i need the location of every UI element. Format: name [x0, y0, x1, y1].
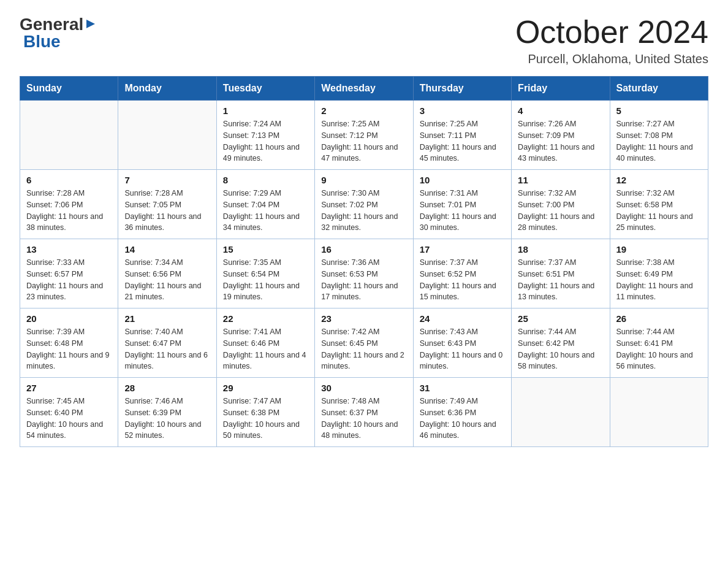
weekday-header-row: SundayMondayTuesdayWednesdayThursdayFrid…: [20, 77, 708, 101]
calendar-location: Purcell, Oklahoma, United States: [515, 52, 708, 66]
day-info: Sunrise: 7:46 AMSunset: 6:39 PMDaylight:…: [124, 396, 210, 442]
calendar-week-row: 20Sunrise: 7:39 AMSunset: 6:48 PMDayligh…: [20, 308, 708, 378]
logo-blue-text: Blue: [23, 32, 61, 51]
calendar-cell: 17Sunrise: 7:37 AMSunset: 6:52 PMDayligh…: [413, 239, 511, 308]
day-number: 3: [420, 105, 505, 116]
day-number: 11: [518, 175, 603, 185]
calendar-cell: 22Sunrise: 7:41 AMSunset: 6:46 PMDayligh…: [216, 308, 314, 378]
day-number: 20: [26, 313, 112, 324]
calendar-title: October 2024: [515, 15, 708, 50]
day-number: 16: [321, 244, 406, 255]
day-info: Sunrise: 7:34 AMSunset: 6:56 PMDaylight:…: [124, 257, 210, 303]
calendar-cell: 20Sunrise: 7:39 AMSunset: 6:48 PMDayligh…: [20, 308, 118, 378]
day-number: 1: [223, 105, 308, 116]
calendar-cell: 2Sunrise: 7:25 AMSunset: 7:12 PMDaylight…: [315, 101, 413, 170]
calendar-cell: 8Sunrise: 7:29 AMSunset: 7:04 PMDaylight…: [216, 170, 314, 239]
day-number: 27: [26, 383, 112, 393]
day-info: Sunrise: 7:28 AMSunset: 7:05 PMDaylight:…: [124, 188, 210, 234]
calendar-week-row: 6Sunrise: 7:28 AMSunset: 7:06 PMDaylight…: [20, 170, 708, 239]
day-info: Sunrise: 7:37 AMSunset: 6:52 PMDaylight:…: [420, 257, 505, 303]
calendar-cell: [118, 101, 216, 170]
day-info: Sunrise: 7:33 AMSunset: 6:57 PMDaylight:…: [26, 257, 112, 303]
calendar-cell: 25Sunrise: 7:44 AMSunset: 6:42 PMDayligh…: [512, 308, 610, 378]
calendar-cell: 6Sunrise: 7:28 AMSunset: 7:06 PMDaylight…: [20, 170, 118, 239]
day-number: 9: [321, 175, 406, 185]
calendar-cell: 5Sunrise: 7:27 AMSunset: 7:08 PMDaylight…: [610, 101, 708, 170]
calendar-cell: 23Sunrise: 7:42 AMSunset: 6:45 PMDayligh…: [315, 308, 413, 378]
calendar-cell: 26Sunrise: 7:44 AMSunset: 6:41 PMDayligh…: [610, 308, 708, 378]
day-info: Sunrise: 7:49 AMSunset: 6:36 PMDaylight:…: [420, 396, 505, 442]
day-info: Sunrise: 7:24 AMSunset: 7:13 PMDaylight:…: [223, 118, 308, 164]
day-number: 25: [518, 313, 603, 324]
day-number: 28: [124, 383, 210, 393]
calendar-cell: 1Sunrise: 7:24 AMSunset: 7:13 PMDaylight…: [216, 101, 314, 170]
calendar-cell: [20, 101, 118, 170]
day-info: Sunrise: 7:42 AMSunset: 6:45 PMDaylight:…: [321, 326, 406, 372]
day-number: 26: [616, 313, 702, 324]
calendar-cell: 13Sunrise: 7:33 AMSunset: 6:57 PMDayligh…: [20, 239, 118, 308]
logo: General Blue: [20, 15, 96, 52]
day-number: 17: [420, 244, 505, 255]
calendar-cell: 24Sunrise: 7:43 AMSunset: 6:43 PMDayligh…: [413, 308, 511, 378]
day-info: Sunrise: 7:39 AMSunset: 6:48 PMDaylight:…: [26, 326, 112, 372]
day-number: 8: [223, 175, 308, 185]
calendar-cell: [610, 378, 708, 447]
weekday-header-sunday: Sunday: [20, 77, 118, 101]
calendar-cell: 16Sunrise: 7:36 AMSunset: 6:53 PMDayligh…: [315, 239, 413, 308]
weekday-header-wednesday: Wednesday: [315, 77, 413, 101]
day-info: Sunrise: 7:47 AMSunset: 6:38 PMDaylight:…: [223, 396, 308, 442]
calendar-cell: 31Sunrise: 7:49 AMSunset: 6:36 PMDayligh…: [413, 378, 511, 447]
day-info: Sunrise: 7:32 AMSunset: 7:00 PMDaylight:…: [518, 188, 603, 234]
day-number: 10: [420, 175, 505, 185]
weekday-header-friday: Friday: [512, 77, 610, 101]
logo-triangle-icon: [85, 18, 96, 32]
day-number: 2: [321, 105, 406, 116]
calendar-cell: 21Sunrise: 7:40 AMSunset: 6:47 PMDayligh…: [118, 308, 216, 378]
calendar-table: SundayMondayTuesdayWednesdayThursdayFrid…: [20, 76, 708, 447]
day-info: Sunrise: 7:48 AMSunset: 6:37 PMDaylight:…: [321, 396, 406, 442]
day-number: 23: [321, 313, 406, 324]
calendar-week-row: 1Sunrise: 7:24 AMSunset: 7:13 PMDaylight…: [20, 101, 708, 170]
day-number: 4: [518, 105, 603, 116]
day-info: Sunrise: 7:31 AMSunset: 7:01 PMDaylight:…: [420, 188, 505, 234]
calendar-week-row: 27Sunrise: 7:45 AMSunset: 6:40 PMDayligh…: [20, 378, 708, 447]
calendar-cell: 11Sunrise: 7:32 AMSunset: 7:00 PMDayligh…: [512, 170, 610, 239]
day-info: Sunrise: 7:38 AMSunset: 6:49 PMDaylight:…: [616, 257, 702, 303]
day-info: Sunrise: 7:25 AMSunset: 7:12 PMDaylight:…: [321, 118, 406, 164]
day-number: 31: [420, 383, 505, 393]
calendar-cell: 29Sunrise: 7:47 AMSunset: 6:38 PMDayligh…: [216, 378, 314, 447]
day-info: Sunrise: 7:26 AMSunset: 7:09 PMDaylight:…: [518, 118, 603, 164]
day-info: Sunrise: 7:37 AMSunset: 6:51 PMDaylight:…: [518, 257, 603, 303]
day-number: 14: [124, 244, 210, 255]
svg-marker-0: [86, 20, 95, 28]
calendar-cell: 27Sunrise: 7:45 AMSunset: 6:40 PMDayligh…: [20, 378, 118, 447]
day-number: 24: [420, 313, 505, 324]
day-number: 5: [616, 105, 702, 116]
day-number: 18: [518, 244, 603, 255]
day-number: 6: [26, 175, 112, 185]
calendar-cell: 15Sunrise: 7:35 AMSunset: 6:54 PMDayligh…: [216, 239, 314, 308]
day-info: Sunrise: 7:45 AMSunset: 6:40 PMDaylight:…: [26, 396, 112, 442]
day-number: 30: [321, 383, 406, 393]
calendar-cell: 30Sunrise: 7:48 AMSunset: 6:37 PMDayligh…: [315, 378, 413, 447]
calendar-cell: 4Sunrise: 7:26 AMSunset: 7:09 PMDaylight…: [512, 101, 610, 170]
day-number: 21: [124, 313, 210, 324]
title-block: October 2024 Purcell, Oklahoma, United S…: [515, 15, 708, 66]
calendar-cell: 7Sunrise: 7:28 AMSunset: 7:05 PMDaylight…: [118, 170, 216, 239]
weekday-header-monday: Monday: [118, 77, 216, 101]
day-info: Sunrise: 7:44 AMSunset: 6:42 PMDaylight:…: [518, 326, 603, 372]
day-number: 15: [223, 244, 308, 255]
day-number: 19: [616, 244, 702, 255]
day-info: Sunrise: 7:44 AMSunset: 6:41 PMDaylight:…: [616, 326, 702, 372]
weekday-header-tuesday: Tuesday: [216, 77, 314, 101]
day-info: Sunrise: 7:40 AMSunset: 6:47 PMDaylight:…: [124, 326, 210, 372]
day-info: Sunrise: 7:28 AMSunset: 7:06 PMDaylight:…: [26, 188, 112, 234]
calendar-cell: 18Sunrise: 7:37 AMSunset: 6:51 PMDayligh…: [512, 239, 610, 308]
calendar-cell: 12Sunrise: 7:32 AMSunset: 6:58 PMDayligh…: [610, 170, 708, 239]
day-info: Sunrise: 7:25 AMSunset: 7:11 PMDaylight:…: [420, 118, 505, 164]
day-number: 7: [124, 175, 210, 185]
day-info: Sunrise: 7:35 AMSunset: 6:54 PMDaylight:…: [223, 257, 308, 303]
weekday-header-saturday: Saturday: [610, 77, 708, 101]
day-info: Sunrise: 7:41 AMSunset: 6:46 PMDaylight:…: [223, 326, 308, 372]
calendar-cell: 9Sunrise: 7:30 AMSunset: 7:02 PMDaylight…: [315, 170, 413, 239]
